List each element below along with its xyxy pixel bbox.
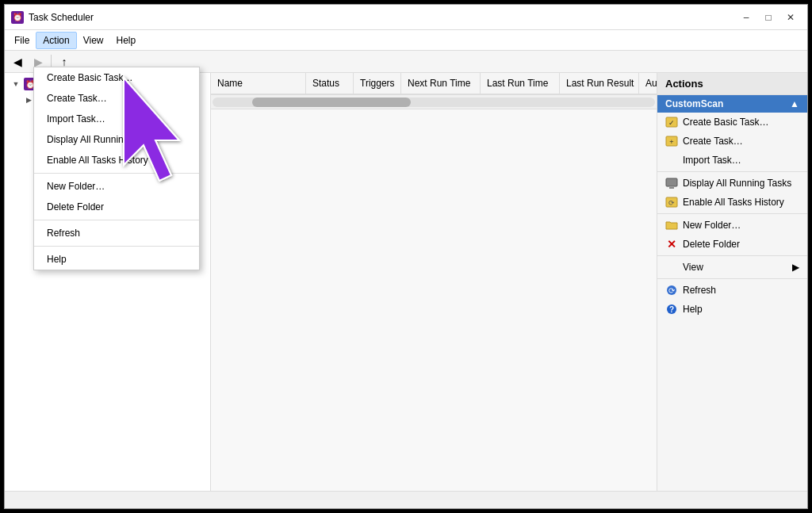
col-last-run[interactable]: Last Run Time: [481, 73, 560, 94]
action-create-task[interactable]: + Create Task…: [657, 132, 807, 151]
action-sep-3: [657, 255, 807, 256]
actions-section-title[interactable]: CustomScan ▲: [657, 95, 807, 113]
col-triggers[interactable]: Triggers: [354, 73, 401, 94]
action-view-left: View: [665, 261, 703, 274]
toolbar-back-btn[interactable]: ◀: [8, 53, 27, 71]
close-button[interactable]: ✕: [780, 10, 801, 25]
action-enable-history-label: Enable All Tasks History: [683, 197, 784, 208]
svg-text:?: ?: [669, 305, 674, 314]
menu-action[interactable]: Action: [36, 32, 76, 49]
menu-bar: File Action View Help Create Basic Task……: [5, 30, 807, 51]
window-title: Task Scheduler: [29, 12, 94, 23]
action-sep-4: [657, 278, 807, 279]
create-task-icon: +: [665, 135, 678, 147]
action-view[interactable]: View ▶: [657, 258, 807, 277]
col-status[interactable]: Status: [306, 73, 354, 94]
minimize-button[interactable]: –: [736, 10, 756, 25]
dropdown-create-basic-task[interactable]: Create Basic Task…: [34, 67, 199, 88]
dropdown-sep2: [34, 220, 199, 220]
menu-help[interactable]: Help: [110, 33, 143, 48]
col-next-run[interactable]: Next Run Time: [401, 73, 481, 94]
dropdown-create-task[interactable]: Create Task…: [34, 88, 199, 109]
action-view-label: View: [683, 262, 703, 273]
svg-text:⟳: ⟳: [668, 286, 676, 295]
scrollbar-track: [213, 98, 655, 107]
svg-rect-5: [666, 178, 677, 186]
tree-expand-lib: ▶: [24, 95, 33, 105]
action-help[interactable]: ? Help: [657, 300, 807, 319]
task-list-panel: Name Status Triggers Next Run Time Last …: [211, 73, 657, 109]
action-refresh-label: Refresh: [683, 285, 716, 296]
menu-view[interactable]: View: [77, 33, 110, 48]
title-buttons: – □ ✕: [736, 10, 801, 25]
action-dropdown-menu: Create Basic Task… Create Task… Import T…: [33, 67, 200, 270]
action-sep-1: [657, 171, 807, 172]
action-help-label: Help: [683, 304, 703, 315]
action-delete-folder-label: Delete Folder: [683, 239, 740, 250]
dropdown-help[interactable]: Help: [34, 249, 199, 270]
enable-history-icon: ⟳: [665, 196, 678, 209]
actions-panel-title: Actions: [657, 73, 807, 95]
view-submenu-arrow: ▶: [792, 262, 799, 273]
action-create-task-label: Create Task…: [683, 136, 743, 147]
dropdown-display-running[interactable]: Display All Running Tasks: [34, 129, 199, 150]
tree-expand-root: ▼: [11, 79, 21, 89]
action-create-basic-task[interactable]: ✓ Create Basic Task…: [657, 113, 807, 132]
dropdown-new-folder[interactable]: New Folder…: [34, 176, 199, 197]
action-sep-2: [657, 213, 807, 214]
svg-text:+: +: [669, 138, 673, 146]
main-window: ⏰ Task Scheduler – □ ✕ File Action View …: [4, 4, 808, 509]
dropdown-sep1: [34, 173, 199, 174]
maximize-button[interactable]: □: [758, 10, 779, 25]
center-area: Name Status Triggers Next Run Time Last …: [211, 73, 657, 491]
title-bar: ⏰ Task Scheduler – □ ✕: [5, 5, 807, 30]
action-import-task[interactable]: Import Task…: [657, 151, 807, 170]
col-name[interactable]: Name: [211, 73, 306, 94]
action-new-folder[interactable]: New Folder…: [657, 216, 807, 235]
app-icon: ⏰: [11, 11, 24, 24]
dropdown-delete-folder[interactable]: Delete Folder: [34, 197, 199, 217]
delete-folder-icon: ✕: [665, 238, 678, 251]
dropdown-refresh[interactable]: Refresh: [34, 223, 199, 243]
action-refresh[interactable]: ⟳ Refresh: [657, 281, 807, 300]
actions-section-label: CustomScan: [665, 98, 723, 109]
view-icon: [665, 261, 678, 274]
display-running-icon: [665, 177, 678, 190]
svg-rect-6: [669, 187, 674, 189]
horizontal-scrollbar[interactable]: [211, 94, 657, 109]
lower-panel: [211, 109, 657, 491]
scrollbar-thumb: [252, 98, 411, 107]
title-bar-left: ⏰ Task Scheduler: [11, 11, 94, 24]
menu-file[interactable]: File: [8, 33, 36, 48]
action-import-task-label: Import Task…: [683, 155, 741, 166]
col-author[interactable]: Author: [639, 73, 657, 94]
actions-section-arrow: ▲: [790, 98, 799, 109]
dropdown-sep3: [34, 246, 199, 247]
import-task-icon: [665, 154, 678, 167]
action-create-basic-task-label: Create Basic Task…: [683, 117, 769, 128]
action-display-running-label: Display All Running Tasks: [683, 178, 791, 189]
action-delete-folder[interactable]: ✕ Delete Folder: [657, 235, 807, 254]
refresh-icon: ⟳: [665, 284, 678, 297]
col-last-result[interactable]: Last Run Result: [560, 73, 639, 94]
action-display-running[interactable]: Display All Running Tasks: [657, 174, 807, 193]
create-basic-task-icon: ✓: [665, 116, 678, 128]
status-bar: [5, 491, 807, 508]
svg-text:⟳: ⟳: [668, 199, 675, 207]
action-enable-history[interactable]: ⟳ Enable All Tasks History: [657, 193, 807, 212]
action-new-folder-label: New Folder…: [683, 220, 741, 231]
dropdown-enable-history[interactable]: Enable All Tasks History: [34, 150, 199, 170]
new-folder-icon: [665, 219, 678, 232]
help-icon: ?: [665, 303, 678, 316]
task-list-header: Name Status Triggers Next Run Time Last …: [211, 73, 657, 94]
svg-text:✓: ✓: [668, 119, 675, 127]
right-panel: Actions CustomScan ▲ ✓ Create Basic Task…: [657, 73, 807, 491]
dropdown-import-task[interactable]: Import Task…: [34, 109, 199, 129]
